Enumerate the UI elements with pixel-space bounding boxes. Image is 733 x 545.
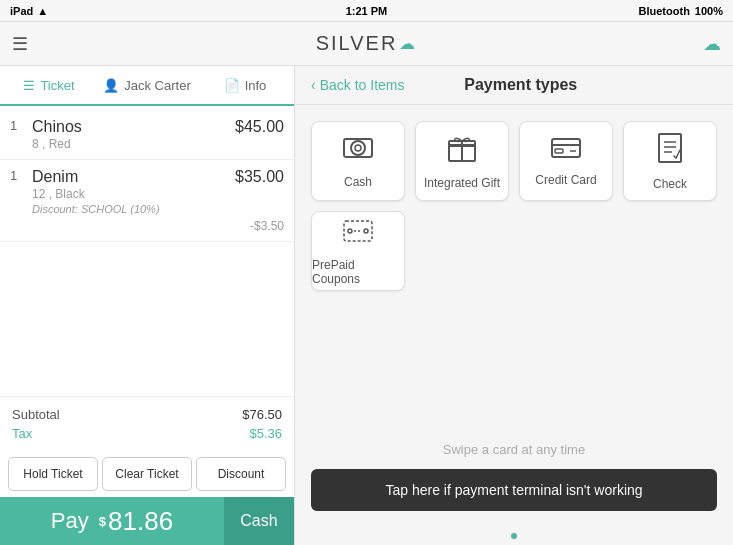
item-sub: 12 , Black	[32, 187, 235, 201]
person-tab-icon: 👤	[103, 78, 119, 93]
totals-section: Subtotal $76.50 Tax $5.36	[0, 396, 294, 451]
page-dot	[511, 533, 517, 539]
credit-card-icon	[550, 136, 582, 167]
item-discount-price: -$3.50	[250, 219, 284, 233]
prepaid-coupons-label: PrePaid Coupons	[312, 258, 404, 286]
tax-label: Tax	[12, 426, 32, 441]
battery-label: 100%	[695, 5, 723, 17]
svg-rect-8	[555, 149, 563, 153]
app-bar: ☰ SILVER☁ ☁	[0, 22, 733, 66]
item-row-top: 1 Denim 12 , Black Discount: SCHOOL (10%…	[10, 168, 284, 215]
item-qty: 1	[10, 168, 24, 183]
payment-option-credit-card[interactable]: Credit Card	[519, 121, 613, 201]
pay-currency: $	[99, 514, 106, 529]
sync-cloud-icon[interactable]: ☁	[703, 33, 721, 55]
tab-ticket[interactable]: ☰ Ticket	[0, 66, 98, 106]
swipe-text: Swipe a card at any time	[443, 442, 585, 457]
jack-carter-tab-label: Jack Carter	[124, 78, 190, 93]
pay-label: Pay	[51, 508, 89, 534]
cash-button[interactable]: Cash	[224, 497, 294, 545]
status-right: Bluetooth 100%	[639, 5, 723, 17]
terminal-button[interactable]: Tap here if payment terminal isn't worki…	[311, 469, 717, 511]
payment-option-cash[interactable]: Cash	[311, 121, 405, 201]
cash-label: Cash	[344, 175, 372, 189]
svg-point-16	[364, 229, 368, 233]
status-time: 1:21 PM	[346, 5, 388, 17]
action-buttons: Hold Ticket Clear Ticket Discount	[0, 451, 294, 497]
check-icon	[656, 132, 684, 171]
bottom-indicator	[295, 527, 733, 545]
pay-button[interactable]: Pay $81.86	[0, 497, 224, 545]
table-row[interactable]: 1 Chinos 8 , Red $45.00	[0, 110, 294, 160]
tab-bar: ☰ Ticket 👤 Jack Carter 📄 Info	[0, 66, 294, 106]
svg-point-15	[348, 229, 352, 233]
subtotal-label: Subtotal	[12, 407, 60, 422]
right-panel: ‹ Back to Items Payment types Cash	[295, 66, 733, 545]
pay-amount: 81.86	[108, 506, 173, 537]
ticket-items-list: 1 Chinos 8 , Red $45.00 1 Denim 12 , Bla…	[0, 106, 294, 396]
table-row[interactable]: 1 Denim 12 , Black Discount: SCHOOL (10%…	[0, 160, 294, 242]
clear-ticket-button[interactable]: Clear Ticket	[102, 457, 192, 491]
item-qty: 1	[10, 118, 24, 133]
swipe-area: Swipe a card at any time Tap here if pay…	[295, 307, 733, 527]
back-label: Back to Items	[320, 77, 405, 93]
tab-jack-carter[interactable]: 👤 Jack Carter	[98, 66, 196, 106]
left-panel: ☰ Ticket 👤 Jack Carter 📄 Info 1 Chinos 8…	[0, 66, 295, 545]
app-title: SILVER☁	[316, 32, 418, 55]
right-header: ‹ Back to Items Payment types	[295, 66, 733, 105]
payment-types-grid: Cash Integrated Gift	[295, 105, 733, 307]
tax-value: $5.36	[249, 426, 282, 441]
cloud-icon: ☁	[399, 34, 417, 53]
wifi-icon: ▲	[37, 5, 48, 17]
hold-ticket-button[interactable]: Hold Ticket	[8, 457, 98, 491]
cash-icon	[342, 134, 374, 169]
status-left: iPad ▲	[10, 5, 48, 17]
svg-rect-6	[552, 139, 580, 157]
info-tab-icon: 📄	[224, 78, 240, 93]
item-details: Chinos 8 , Red	[32, 118, 235, 151]
item-price: $35.00	[235, 168, 284, 186]
item-sub: 8 , Red	[32, 137, 235, 151]
payment-option-check[interactable]: Check	[623, 121, 717, 201]
integrated-gift-label: Integrated Gift	[424, 176, 500, 190]
tax-row: Tax $5.36	[12, 426, 282, 441]
item-name: Chinos	[32, 118, 235, 136]
main-container: ☰ Ticket 👤 Jack Carter 📄 Info 1 Chinos 8…	[0, 66, 733, 545]
back-chevron-icon: ‹	[311, 77, 316, 93]
back-to-items-link[interactable]: ‹ Back to Items	[311, 77, 404, 93]
item-discount-row: -$3.50	[10, 215, 284, 233]
tab-info[interactable]: 📄 Info	[196, 66, 294, 106]
item-details: Denim 12 , Black Discount: SCHOOL (10%)	[32, 168, 235, 215]
payment-types-title: Payment types	[404, 76, 637, 94]
payment-option-integrated-gift[interactable]: Integrated Gift	[415, 121, 509, 201]
check-label: Check	[653, 177, 687, 191]
svg-rect-10	[659, 134, 681, 162]
gift-icon	[447, 133, 477, 170]
bluetooth-icon: Bluetooth	[639, 5, 690, 17]
item-price: $45.00	[235, 118, 284, 136]
ticket-tab-icon: ☰	[23, 78, 35, 93]
pay-row: Pay $81.86 Cash	[0, 497, 294, 545]
info-tab-label: Info	[245, 78, 267, 93]
prepaid-coupons-icon	[342, 217, 374, 252]
item-discount-label: Discount: SCHOOL (10%)	[32, 203, 235, 215]
svg-point-0	[351, 141, 365, 155]
subtotal-value: $76.50	[242, 407, 282, 422]
payment-option-prepaid-coupons[interactable]: PrePaid Coupons	[311, 211, 405, 291]
item-name: Denim	[32, 168, 235, 186]
hamburger-icon[interactable]: ☰	[12, 33, 28, 55]
ticket-tab-label: Ticket	[40, 78, 74, 93]
credit-card-label: Credit Card	[535, 173, 596, 187]
discount-button[interactable]: Discount	[196, 457, 286, 491]
subtotal-row: Subtotal $76.50	[12, 407, 282, 422]
status-bar: iPad ▲ 1:21 PM Bluetooth 100%	[0, 0, 733, 22]
carrier-label: iPad	[10, 5, 33, 17]
svg-point-1	[355, 145, 361, 151]
